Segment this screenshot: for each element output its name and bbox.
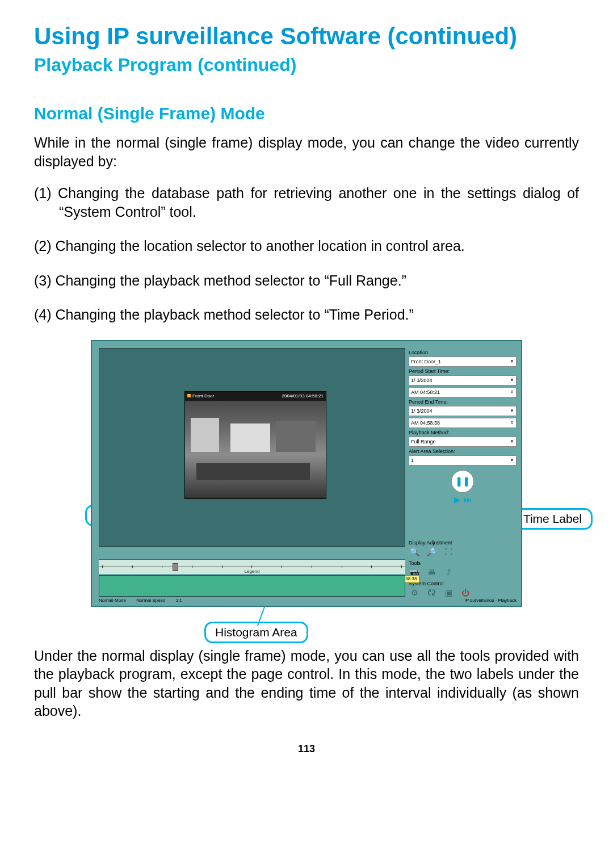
tools-label: Tools <box>409 560 517 566</box>
page-title: Using IP surveillance Software (continue… <box>34 23 579 50</box>
closing-paragraph: Under the normal display (single frame) … <box>34 647 579 720</box>
figure: Period Start Time Label Period End Time … <box>91 340 522 607</box>
print-button[interactable]: 🖶 <box>426 567 437 577</box>
callout-histogram: Histogram Area <box>204 622 308 643</box>
chevron-down-icon: ▼ <box>510 359 514 364</box>
pull-bar-ticks <box>99 565 405 568</box>
pause-button[interactable]: ❚❚ <box>451 470 474 493</box>
playback-method-value: Full Range <box>411 439 436 445</box>
status-zoom: 1:1 <box>176 598 182 603</box>
refresh-button[interactable]: 🗘 <box>426 588 437 598</box>
system-control-label: System Control <box>409 581 517 586</box>
video-title-right: 2004/01/03 04:58:21 <box>282 393 324 399</box>
pull-bar[interactable]: Legend <box>99 559 405 574</box>
spinner-icon: ⇕ <box>510 420 514 425</box>
period-start-time-value: AM 04:58:21 <box>411 389 440 395</box>
period-end-time-value: AM 04:58:38 <box>411 420 440 426</box>
page-subtitle: Playback Program (continued) <box>34 54 579 76</box>
playback-controls: ❚❚ ▶ ⏭ <box>409 470 517 504</box>
list-item: (1) Changing the database path for retri… <box>34 184 579 221</box>
alert-area-label: Alert Area Selection: <box>409 448 517 454</box>
spinner-icon: ⇕ <box>510 389 514 395</box>
display-adjustment-label: Display Adjustment <box>409 540 517 546</box>
zoom-in-button[interactable]: 🔍 <box>409 547 420 557</box>
period-end-date-value: 1/ 3/2004 <box>411 408 433 414</box>
alert-area-selector[interactable]: 1 ▼ <box>409 455 517 466</box>
status-mode: Normal Mode <box>99 598 126 603</box>
status-app-name: IP surveillance - Playback <box>465 598 517 605</box>
chevron-down-icon: ▼ <box>510 458 514 463</box>
section-heading: Normal (Single Frame) Mode <box>34 104 579 123</box>
playback-method-selector[interactable]: Full Range ▼ <box>409 437 517 447</box>
chevron-down-icon: ▼ <box>510 408 514 413</box>
settings-button[interactable]: ⚙ <box>409 588 420 598</box>
period-start-time-field[interactable]: AM 04:58:21 ⇕ <box>409 387 517 397</box>
period-end-label: Period End Time: <box>409 399 517 405</box>
record-button[interactable]: ▣ <box>443 588 454 598</box>
chevron-down-icon: ▼ <box>510 378 514 383</box>
zoom-out-button[interactable]: 🔎 <box>426 547 437 557</box>
list-item: (3) Changing the playback method selecto… <box>34 271 579 290</box>
histogram-area[interactable] <box>99 575 405 597</box>
list-item: (4) Changing the playback method selecto… <box>34 305 579 324</box>
location-label: Location <box>409 350 517 355</box>
record-dot-icon <box>187 394 191 397</box>
alert-area-value: 1 <box>411 458 414 463</box>
status-bar: Normal Mode Normal Speed 1:1 IP surveill… <box>99 598 517 605</box>
location-value: Front Door_1 <box>411 359 441 364</box>
control-sidepanel: Location Front Door_1 ▼ Period Start Tim… <box>409 348 517 504</box>
video-display-area: Front Door 2004/01/03 04:58:21 <box>99 348 405 547</box>
period-end-time-field[interactable]: AM 04:58:38 ⇕ <box>409 418 517 428</box>
playback-app-window: Front Door 2004/01/03 04:58:21 Location … <box>91 340 522 607</box>
location-selector[interactable]: Front Door_1 ▼ <box>409 357 517 367</box>
list-item: (2) Changing the location selector to an… <box>34 237 579 255</box>
video-scene <box>185 401 326 498</box>
pull-bar-legend: Legend <box>245 569 260 574</box>
chevron-down-icon: ▼ <box>510 439 514 444</box>
export-button[interactable]: ⤴ <box>443 567 454 577</box>
period-end-date-field[interactable]: 1/ 3/2004 ▼ <box>409 406 517 416</box>
status-speed: Normal Speed <box>136 598 165 603</box>
video-titlebar: Front Door 2004/01/03 04:58:21 <box>185 392 326 401</box>
intro-paragraph: While in the normal (single frame) displ… <box>34 133 579 170</box>
video-frame: Front Door 2004/01/03 04:58:21 <box>184 391 326 499</box>
right-lower-panel: Display Adjustment 🔍 🔎 ⛶ Tools 📷 🖶 ⤴ Sys… <box>409 540 517 601</box>
skip-forward-button[interactable]: ⏭ <box>464 495 472 504</box>
pause-icon: ❚❚ <box>455 476 470 487</box>
play-button[interactable]: ▶ <box>454 495 460 504</box>
power-button[interactable]: ⏻ <box>460 588 471 598</box>
period-start-date-value: 1/ 3/2004 <box>411 378 433 383</box>
fullscreen-button[interactable]: ⛶ <box>443 547 454 557</box>
video-title-left: Front Door <box>187 393 214 399</box>
period-start-label: Period Start Time: <box>409 368 517 374</box>
period-start-date-field[interactable]: 1/ 3/2004 ▼ <box>409 375 517 385</box>
playback-method-label: Playback Method: <box>409 430 517 435</box>
page-number: 113 <box>34 743 579 755</box>
